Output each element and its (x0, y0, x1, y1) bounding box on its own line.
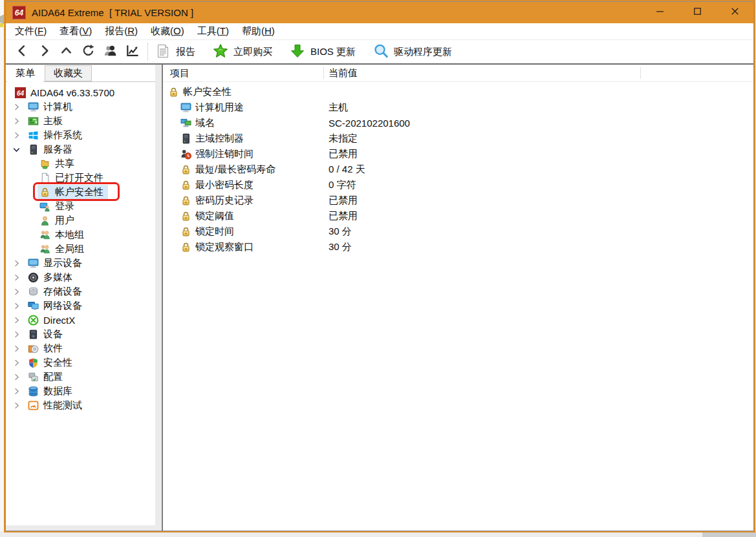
chevron-down-icon[interactable] (12, 145, 26, 154)
menu-item-file[interactable]: 文件(F) (8, 25, 53, 37)
table-row[interactable]: 锁定阈值已禁用 (163, 208, 753, 224)
tree-item-shares[interactable]: 共享 (6, 156, 155, 171)
menu-item-help[interactable]: 帮助(H) (235, 25, 281, 37)
tree-item-label: 计算机 (43, 101, 72, 113)
chevron-right-icon[interactable] (12, 344, 26, 353)
tree-item-label: 操作系统 (43, 129, 82, 142)
menu-item-report[interactable]: 报告(R) (98, 25, 144, 37)
security-shield-icon (27, 357, 39, 368)
group-icon (39, 244, 50, 255)
chevron-right-icon[interactable] (12, 358, 26, 368)
table-row[interactable]: 帐户安全性 (163, 84, 753, 100)
tree-item-opened-files[interactable]: 已打开文件 (6, 171, 155, 185)
config-icon (27, 372, 39, 383)
user-icon (39, 215, 50, 226)
desktop-background (0, 0, 5, 531)
refresh-button[interactable] (78, 43, 98, 61)
close-button[interactable] (716, 2, 753, 23)
chevron-right-icon[interactable] (12, 102, 26, 112)
column-header-item[interactable]: 项目 (170, 67, 189, 79)
tree-item-inner: 全局组 (38, 242, 89, 256)
buy-now-button-label: 立即购买 (233, 46, 272, 58)
menu-item-view[interactable]: 查看(V) (53, 25, 98, 37)
toolbar-nav-group (12, 43, 142, 61)
chevron-right-icon[interactable] (12, 273, 26, 282)
chevron-right-icon[interactable] (12, 401, 26, 410)
back-button[interactable] (12, 43, 32, 61)
chevron-right-icon[interactable] (12, 301, 26, 311)
tree-item-inner: 存储设备 (26, 284, 87, 299)
forward-icon (37, 43, 52, 61)
tree-item-account-security[interactable]: 帐户安全性 (6, 185, 155, 199)
tree-item-local-groups[interactable]: 本地组 (6, 227, 155, 242)
chevron-right-icon[interactable] (12, 116, 26, 126)
tree-item-inner: 计算机 (26, 100, 77, 114)
chevron-right-icon[interactable] (12, 372, 26, 382)
tree-item-inner: 配置 (26, 370, 67, 384)
tree-item-benchmark[interactable]: 性能测试 (6, 398, 155, 412)
tree-item-logon[interactable]: 登录 (6, 199, 155, 213)
table-row[interactable]: 强制注销时间已禁用 (163, 146, 753, 162)
chevron-right-icon[interactable] (12, 386, 26, 396)
table-row[interactable]: 计算机用途主机 (163, 100, 753, 115)
tree-item-global-groups[interactable]: 全局组 (6, 242, 155, 256)
column-separator (323, 67, 324, 79)
maximize-button[interactable] (678, 2, 716, 23)
table-row[interactable]: 最小密码长度0 字符 (163, 177, 753, 193)
tree-item-devices[interactable]: 设备 (6, 327, 155, 341)
user-manager-button[interactable] (100, 43, 120, 61)
tree-item-software[interactable]: 软件 (6, 341, 155, 355)
buy-now-button[interactable]: 立即购买 (213, 43, 272, 61)
menu-item-tools[interactable]: 工具(T) (191, 25, 235, 37)
chevron-right-icon[interactable] (12, 330, 26, 339)
tree-item-multimedia[interactable]: 多媒体 (6, 270, 155, 284)
tab-menu[interactable]: 菜单 (7, 65, 43, 82)
minimize-button[interactable] (641, 2, 678, 23)
item-label: 锁定观察窗口 (195, 241, 254, 253)
table-row[interactable]: 锁定观察窗口30 分 (163, 239, 753, 255)
tree-item-server[interactable]: 服务器 (6, 142, 155, 156)
lock-icon (180, 226, 191, 237)
sensor-graph-button[interactable] (122, 43, 142, 61)
table-row[interactable]: 密码历史记录已禁用 (163, 193, 753, 208)
forward-button[interactable] (34, 43, 54, 61)
lock-icon (180, 180, 191, 191)
tree-item-motherboard[interactable]: 主板 (6, 114, 155, 128)
tree-item-database[interactable]: 数据库 (6, 384, 155, 398)
tree-item-label: 全局组 (55, 243, 84, 255)
tree-item-directx[interactable]: DirectX (6, 313, 155, 327)
chevron-right-icon[interactable] (12, 131, 26, 140)
tree-item-security[interactable]: 安全性 (6, 355, 155, 370)
report-button[interactable]: 报告 (155, 43, 195, 61)
table-row[interactable]: 最短/最长密码寿命0 / 42 天 (163, 162, 753, 177)
tree-item-aida64-root[interactable]: 64AIDA64 v6.33.5700 (6, 85, 155, 100)
table-row[interactable]: 主域控制器未指定 (163, 131, 753, 146)
table-row[interactable]: 锁定时间30 分 (163, 224, 753, 239)
share-folder-icon (39, 158, 50, 169)
chevron-right-icon[interactable] (12, 315, 26, 325)
chevron-right-icon[interactable] (12, 287, 26, 297)
tree-item-inner: 多媒体 (26, 270, 77, 284)
tree-item-network[interactable]: 网络设备 (6, 299, 155, 313)
driver-update-button[interactable]: 驱动程序更新 (373, 43, 452, 61)
up-button[interactable] (56, 43, 76, 61)
tab-favorites[interactable]: 收藏夹 (45, 65, 92, 81)
table-row[interactable]: 域名SC-202102201600 (163, 115, 753, 131)
tree-item-config[interactable]: 配置 (6, 370, 155, 384)
tree-item-storage[interactable]: 存储设备 (6, 284, 155, 299)
tree-item-operating-system[interactable]: 操作系统 (6, 128, 155, 142)
menu-item-favorites[interactable]: 收藏(O) (144, 25, 191, 37)
tree-item-label: 性能测试 (43, 399, 82, 412)
tree-item-computer[interactable]: 计算机 (6, 100, 155, 114)
tree-item-inner: 登录 (38, 199, 79, 213)
title-bar[interactable]: 64 AIDA64 Extreme [ TRIAL VERSION ] (6, 2, 753, 23)
multimedia-icon (27, 272, 39, 283)
tree-item-users[interactable]: 用户 (6, 213, 155, 227)
computer-icon (27, 101, 39, 112)
chevron-right-icon[interactable] (12, 258, 26, 268)
database-icon (27, 386, 39, 397)
bios-update-button[interactable]: BIOS 更新 (290, 43, 356, 61)
tree-item-display[interactable]: 显示设备 (6, 256, 155, 270)
column-header-value[interactable]: 当前值 (329, 67, 358, 79)
tree-item-label: 主板 (43, 115, 63, 127)
